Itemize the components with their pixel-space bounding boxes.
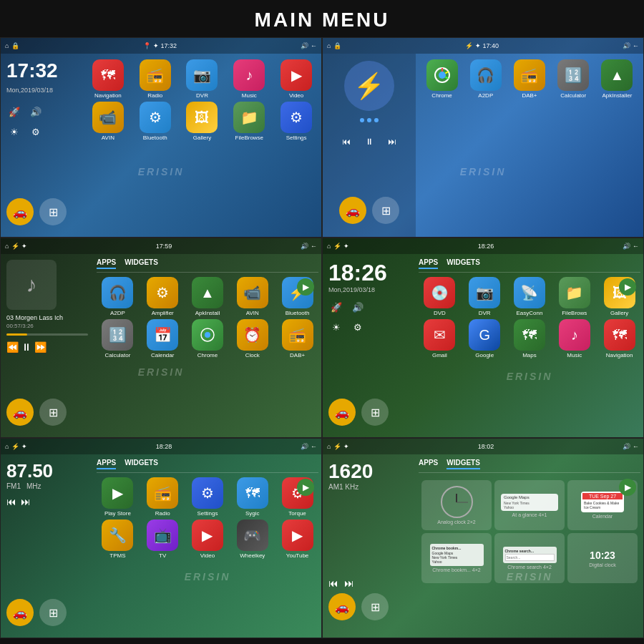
app-dab-3[interactable]: 📻 DAB+ (276, 319, 318, 358)
tab-widgets-6[interactable]: WIDGETS (447, 459, 480, 469)
app-clock-3[interactable]: ⏰ Clock (231, 319, 273, 358)
app-dvr-4[interactable]: 📷 DVR (464, 277, 506, 316)
app-settings-5[interactable]: ⚙ Settings (187, 477, 229, 517)
am-next[interactable]: ⏭ (344, 577, 354, 589)
play-store-shortcut[interactable]: ▶ (297, 278, 314, 296)
apps-btn-4[interactable]: ⊞ (361, 399, 389, 426)
apps-btn-2[interactable]: ⊞ (372, 197, 399, 224)
back-icon-6[interactable]: ← (633, 443, 639, 450)
app-apkinstaller-2[interactable]: ▲ ApkInstaller (597, 59, 638, 99)
tab-apps-5[interactable]: APPS (97, 459, 116, 469)
app-chrome-2[interactable]: Chrome (421, 59, 462, 99)
a2dp-icon-2: 🎧 (470, 59, 502, 91)
app-chrome-3[interactable]: Chrome (187, 319, 229, 358)
app-video[interactable]: ▶ Video (274, 59, 318, 99)
play-store-shortcut-6[interactable]: ▶ (619, 479, 636, 496)
back-icon-4[interactable]: ← (633, 243, 639, 250)
bt-prev-btn[interactable]: ⏮ (338, 133, 355, 150)
app-gallery[interactable]: 🖼 Gallery (180, 102, 225, 141)
play-store-shortcut-5[interactable]: ▶ (297, 479, 314, 496)
app-dvd[interactable]: 💿 DVD (419, 277, 461, 316)
app-filebrowse[interactable]: 📁 FileBrowse (227, 102, 271, 141)
tab-widgets-5[interactable]: WIDGETS (125, 459, 158, 469)
apps-btn[interactable]: ⊞ (39, 198, 67, 225)
home-icon-6[interactable]: ⌂ (327, 443, 331, 450)
tab-apps-3[interactable]: APPS (97, 258, 116, 269)
bt-next-btn[interactable]: ⏭ (384, 133, 401, 150)
equalizer-icon[interactable]: ⚙ (28, 124, 44, 140)
bluetooth-controls: ⏮ ⏸ ⏭ (338, 133, 401, 150)
back-icon-1[interactable]: ← (311, 42, 317, 49)
app-playstore[interactable]: ▶ Play Store (97, 477, 139, 517)
app-google[interactable]: G Google (464, 319, 506, 358)
app-dab-2[interactable]: 📻 DAB+ (509, 59, 550, 99)
app-maps[interactable]: 🗺 Maps (509, 319, 551, 358)
chrome-bookmarks-label: Chrome bookm... 4×2 (432, 567, 481, 572)
app-amplifier[interactable]: ⚙ Amplifier (142, 277, 184, 316)
am-prev[interactable]: ⏮ (328, 577, 338, 589)
home-icon-1[interactable]: ⌂ (5, 42, 9, 49)
app-calendar-3[interactable]: 📅 Calendar (142, 319, 184, 358)
music-skip-next[interactable]: ⏩ (34, 341, 47, 353)
app-avin-3[interactable]: 📹 AVIN (231, 277, 273, 316)
music-play[interactable]: ⏸ (21, 341, 31, 353)
app-wheelkey[interactable]: 🎮 Wheelkey (231, 519, 273, 559)
car-mode-btn-2[interactable]: 🚗 (339, 197, 366, 224)
car-mode-btn-5[interactable]: 🚗 (6, 599, 34, 626)
chrome-search-input[interactable] (505, 554, 555, 561)
app-tpms[interactable]: 🔧 TPMS (97, 519, 139, 559)
app-a2dp-2[interactable]: 🎧 A2DP (465, 59, 506, 99)
app-settings[interactable]: ⚙ Settings (274, 102, 318, 141)
car-mode-btn[interactable]: 🚗 (6, 198, 34, 225)
app-dvr[interactable]: 📷 DVR (180, 59, 225, 99)
home-icon-5[interactable]: ⌂ (5, 443, 9, 450)
app-tv[interactable]: 📺 TV (142, 519, 184, 559)
app-sygic[interactable]: 🗺 Sygic (231, 477, 273, 517)
music-skip-prev[interactable]: ⏪ (6, 341, 19, 353)
radio-next[interactable]: ⏭ (21, 496, 31, 507)
app-radio[interactable]: 📻 Radio (133, 59, 177, 99)
app-gmail[interactable]: ✉ Gmail (419, 319, 461, 358)
back-icon-5[interactable]: ← (311, 443, 317, 450)
home-icon-2[interactable]: ⌂ (327, 42, 331, 49)
tab-apps-6[interactable]: APPS (419, 459, 438, 469)
home-icon-3[interactable]: ⌂ (5, 243, 9, 250)
app-bluetooth-1[interactable]: ⚙ Bluetooth (133, 102, 177, 141)
volume-icon[interactable]: 🔊 (28, 104, 44, 119)
app-calculator-3[interactable]: 🔢 Calculator (97, 319, 139, 358)
app-easyconn[interactable]: 📡 EasyConn (509, 277, 551, 316)
back-icon-2[interactable]: ← (633, 42, 639, 49)
sygic-label: Sygic (245, 510, 260, 517)
radio-prev[interactable]: ⏮ (6, 496, 16, 507)
car-mode-btn-6[interactable]: 🚗 (328, 593, 356, 620)
app-apkinstall-3[interactable]: ▲ ApkInstall (187, 277, 229, 316)
bt-play-btn[interactable]: ⏸ (361, 133, 378, 150)
brightness-icon[interactable]: ☀ (6, 124, 22, 140)
app-filebrows-4[interactable]: 📁 FileBrows (553, 277, 595, 316)
apkinstall-icon-3: ▲ (192, 277, 223, 308)
app-video-5[interactable]: ▶ Video (187, 519, 229, 559)
app-music[interactable]: ♪ Music (227, 59, 271, 99)
app-avin[interactable]: 📹 AVIN (86, 102, 130, 141)
back-icon-3[interactable]: ← (311, 243, 317, 250)
app-youtube[interactable]: ▶ YouTube (276, 519, 318, 559)
brightness-icon-4[interactable]: ☀ (328, 319, 344, 335)
tab-apps-4[interactable]: APPS (419, 258, 438, 269)
equalizer-icon-4[interactable]: ⚙ (350, 319, 366, 335)
play-store-shortcut-4[interactable]: ▶ (619, 278, 636, 296)
app-calculator-2[interactable]: 🔢 Calculator (553, 59, 594, 99)
home-icon-4[interactable]: ⌂ (327, 243, 331, 250)
app-radio-5[interactable]: 📻 Radio (142, 477, 184, 517)
car-mode-btn-4[interactable]: 🚗 (328, 399, 356, 426)
tab-widgets-4[interactable]: WIDGETS (447, 258, 480, 269)
app-a2dp-3[interactable]: 🎧 A2DP (97, 277, 139, 316)
app-navigation[interactable]: 🗺 Navigation (86, 59, 130, 99)
car-mode-btn-3[interactable]: 🚗 (6, 399, 34, 426)
app-music-4[interactable]: ♪ Music (553, 319, 595, 358)
apps-btn-6[interactable]: ⊞ (361, 593, 389, 620)
app-navigation-4[interactable]: 🗺 Navigation (598, 319, 640, 358)
tab-widgets-3[interactable]: WIDGETS (125, 258, 158, 269)
apps-btn-3[interactable]: ⊞ (39, 399, 67, 426)
apps-btn-5[interactable]: ⊞ (39, 599, 67, 626)
volume-icon-4[interactable]: 🔊 (350, 299, 366, 315)
